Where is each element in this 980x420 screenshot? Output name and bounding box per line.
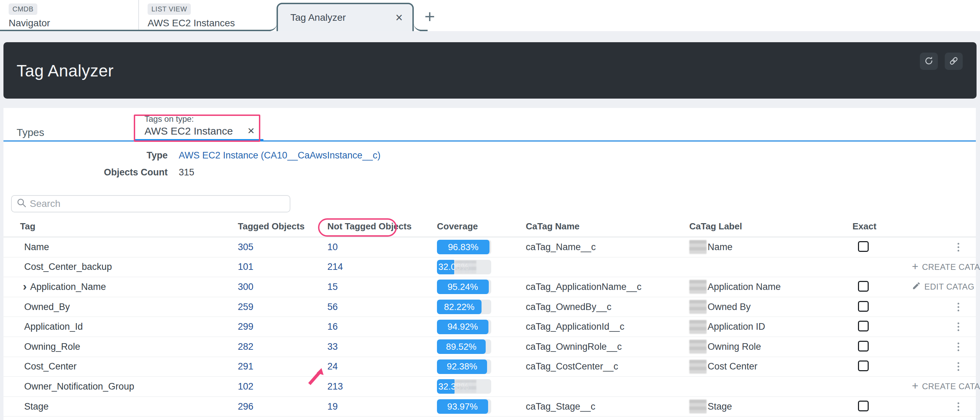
catag-name-value: caTag_ApplicationId__c xyxy=(526,321,624,332)
tab-foot-curve xyxy=(414,24,422,31)
tagged-objects-link[interactable]: 300 xyxy=(238,282,253,292)
tagged-objects-link[interactable]: 102 xyxy=(238,381,253,391)
col-catag-name[interactable]: CaTag Name xyxy=(526,221,689,232)
expand-chevron-icon[interactable]: › xyxy=(23,279,27,293)
tab-aws-ec2-instances[interactable]: LIST VIEW AWS EC2 Instances xyxy=(138,0,277,30)
coverage-bar-fill: 92.38% xyxy=(437,359,487,374)
col-exact[interactable]: Exact xyxy=(853,221,912,232)
search-input[interactable] xyxy=(30,198,285,209)
catag-label-value: Name xyxy=(708,242,732,252)
catag-name-value: caTag_CostCenter__c xyxy=(526,361,618,372)
row-menu-icon[interactable] xyxy=(955,241,962,254)
tag-name: Cost_Center xyxy=(24,361,77,372)
coverage-bar: 32.06% xyxy=(437,260,491,274)
plus-icon: + xyxy=(912,260,918,273)
exact-checkbox[interactable] xyxy=(858,401,869,411)
search-icon xyxy=(17,198,27,210)
page-title: Tag Analyzer xyxy=(17,61,114,80)
redacted-label-prefix xyxy=(689,340,706,354)
col-tagged-objects[interactable]: Tagged Objects xyxy=(238,221,327,232)
row-menu-icon[interactable] xyxy=(955,400,962,413)
exact-checkbox[interactable] xyxy=(858,321,869,331)
tagged-objects-link[interactable]: 282 xyxy=(238,342,253,352)
edit-catag-button[interactable]: EDIT CATAG xyxy=(912,281,974,292)
coverage-value: 94.92% xyxy=(447,321,478,332)
not-tagged-objects-link[interactable]: 213 xyxy=(327,381,343,391)
tagged-objects-link[interactable]: 259 xyxy=(238,302,253,312)
coverage-bar: 92.38% xyxy=(437,359,491,374)
tagged-objects-link[interactable]: 291 xyxy=(238,361,253,372)
table-row: › Cost_Center 291 24 92.38% caTag_CostCe… xyxy=(3,357,976,377)
not-tagged-objects-link[interactable]: 19 xyxy=(327,401,338,412)
catag-label-value: Application ID xyxy=(708,321,765,332)
tab-tag-analyzer-active[interactable]: Tag Analyzer × xyxy=(277,3,414,31)
not-tagged-objects-link[interactable]: 24 xyxy=(327,361,338,372)
tab-label: Navigator xyxy=(9,18,138,29)
exact-checkbox[interactable] xyxy=(858,301,869,312)
tagged-objects-link[interactable]: 299 xyxy=(238,321,253,332)
col-not-tagged-objects[interactable]: Not Tagged Objects xyxy=(327,221,437,232)
create-catag-label: CREATE CATAG xyxy=(922,382,980,391)
catag-name-value: caTag_Name__c xyxy=(526,242,596,252)
create-catag-button[interactable]: + CREATE CATAG xyxy=(912,261,980,273)
exact-checkbox[interactable] xyxy=(858,241,869,252)
row-menu-icon[interactable] xyxy=(955,360,962,373)
exact-checkbox[interactable] xyxy=(858,361,869,371)
table-row: › Owned_By 259 56 82.22% caTag_OwnedBy__… xyxy=(3,297,976,317)
coverage-value: 93.97% xyxy=(447,401,478,412)
not-tagged-objects-link[interactable]: 56 xyxy=(327,302,338,312)
search-box[interactable] xyxy=(11,195,290,212)
row-menu-icon[interactable] xyxy=(955,301,962,313)
catag-name-value: caTag_ApplicationName__c xyxy=(526,282,641,292)
tab-label: Tag Analyzer xyxy=(290,12,395,23)
coverage-bar-fill: 32.38% xyxy=(437,379,455,394)
tagged-objects-link[interactable]: 296 xyxy=(238,401,253,412)
col-tag[interactable]: Tag xyxy=(20,221,238,232)
coverage-bar-fill: 95.24% xyxy=(437,279,489,294)
tag-table: Tag Tagged Objects Not Tagged Objects Co… xyxy=(3,216,976,417)
copy-link-button[interactable] xyxy=(945,53,963,70)
detail-row-type: Type AWS EC2 Instance (CA10__CaAwsInstan… xyxy=(3,150,976,161)
tab-cmdb-navigator[interactable]: CMDB Navigator xyxy=(0,0,138,30)
plus-icon: + xyxy=(912,380,918,392)
type-link[interactable]: AWS EC2 Instance (CA10__CaAwsInstance__c… xyxy=(179,150,380,161)
table-row: › Name 305 10 96.83% caTag_Name__c Name xyxy=(3,237,976,257)
coverage-bar: 94.92% xyxy=(437,320,491,334)
row-menu-icon[interactable] xyxy=(955,340,962,353)
col-coverage[interactable]: Coverage xyxy=(437,221,526,232)
refresh-button[interactable] xyxy=(920,53,938,70)
not-tagged-objects-link[interactable]: 16 xyxy=(327,321,338,332)
not-tagged-objects-link[interactable]: 15 xyxy=(327,282,338,292)
coverage-value: 89.52% xyxy=(446,342,476,352)
redacted-label-prefix xyxy=(689,320,706,334)
redacted-pixelation xyxy=(455,380,476,393)
not-tagged-objects-link[interactable]: 10 xyxy=(327,242,338,252)
tagged-objects-link[interactable]: 305 xyxy=(238,242,253,252)
tag-name: Application_Name xyxy=(30,282,106,292)
row-menu-icon[interactable] xyxy=(955,320,962,333)
col-catag-label[interactable]: CaTag Label xyxy=(689,221,853,232)
tags-on-type-chip[interactable]: Tags on type: AWS EC2 Instance × xyxy=(135,112,263,141)
redacted-pixelation xyxy=(455,260,476,274)
tag-name: Name xyxy=(24,242,49,252)
table-body: › Name 305 10 96.83% caTag_Name__c Name xyxy=(3,237,976,417)
tag-name: Cost_Center_backup xyxy=(24,262,112,272)
tagged-objects-link[interactable]: 101 xyxy=(238,262,253,272)
close-tab-icon[interactable]: × xyxy=(395,11,403,24)
catag-label-value: Stage xyxy=(708,401,732,412)
tag-name: Owning_Role xyxy=(24,342,80,352)
exact-checkbox[interactable] xyxy=(858,281,869,292)
exact-checkbox[interactable] xyxy=(858,341,869,351)
detail-row-objects-count: Objects Count 315 xyxy=(3,167,976,178)
tab-types[interactable]: Types xyxy=(17,127,44,138)
chip-close-icon[interactable]: × xyxy=(248,125,255,136)
coverage-bar: 96.83% xyxy=(437,240,491,254)
not-tagged-objects-link[interactable]: 33 xyxy=(327,342,338,352)
not-tagged-objects-link[interactable]: 214 xyxy=(327,262,343,272)
catag-label-value: Owning Role xyxy=(708,342,761,352)
new-tab-button[interactable]: + xyxy=(425,8,435,26)
chip-value: AWS EC2 Instance xyxy=(145,125,263,137)
create-catag-button[interactable]: + CREATE CATAG xyxy=(912,380,980,392)
catag-label-value: Owned By xyxy=(708,302,751,312)
chip-caption: Tags on type: xyxy=(145,114,263,124)
